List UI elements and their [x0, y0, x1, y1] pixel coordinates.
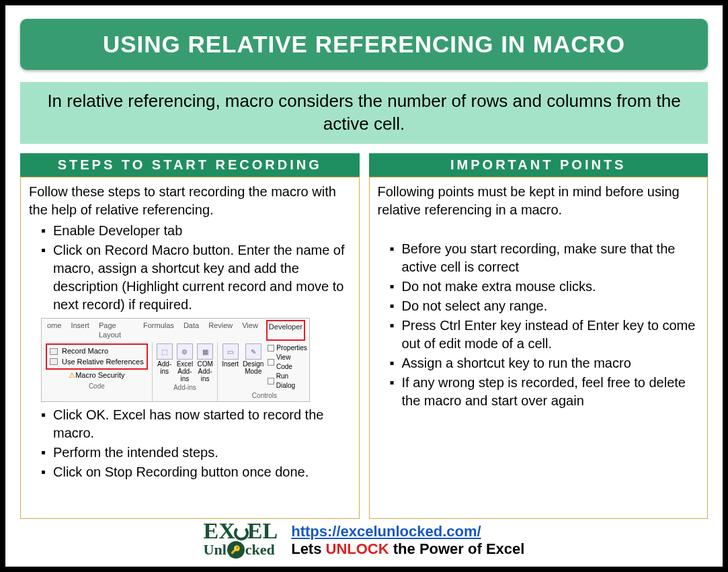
- points-list: Before you start recording, make sure th…: [378, 240, 700, 410]
- columns-container: STEPS TO START RECORDING Follow these st…: [20, 153, 708, 520]
- tab-data: Data: [182, 320, 200, 341]
- list-item: Press Ctrl Enter key instead of Enter ke…: [390, 317, 700, 353]
- list-item: Do not make extra mouse clicks.: [390, 278, 700, 296]
- addins-group-label: Add-ins: [157, 382, 213, 393]
- relative-ref-label: Use Relative References: [62, 357, 144, 367]
- tab-home: ome: [46, 320, 63, 341]
- tab-review: Review: [207, 320, 234, 341]
- intro-box: In relative referencing, macro considers…: [20, 82, 708, 144]
- controls-group: ▭Insert ✎Design Mode Properties View Cod…: [218, 342, 311, 401]
- list-item: If any wrong step is recorded, feel free…: [390, 374, 700, 410]
- excel-ribbon-screenshot: ome Insert Page Layout Formulas Data Rev…: [41, 318, 310, 402]
- list-item: Assign a shortcut key to run the macro: [390, 354, 700, 372]
- page-title: USING RELATIVE REFERENCING IN MACRO: [27, 31, 701, 58]
- code-group: Record Macro Use Relative References ⚠Ma…: [42, 342, 153, 401]
- points-body: Following points must be kept in mind be…: [369, 177, 709, 520]
- list-item: Do not select any range.: [390, 297, 700, 315]
- steps-intro: Follow these steps to start recording th…: [29, 183, 351, 219]
- list-item: Click on Record Macro button. Enter the …: [41, 241, 351, 314]
- tagline: Lets UNLOCK the Power of Excel: [291, 540, 524, 558]
- tab-formulas: Formulas: [142, 320, 175, 341]
- addins-icon: ⬚: [157, 343, 173, 360]
- tab-view: View: [241, 320, 259, 341]
- addins-group: ⬚Add-ins ⚙Excel Add-ins ▦COM Add-ins Add…: [153, 342, 218, 401]
- properties-icon: [268, 345, 274, 352]
- steps-list-after: Click OK. Excel has now started to recor…: [29, 406, 351, 481]
- logo-c-icon: [234, 526, 249, 540]
- com-addins-icon: ▦: [197, 343, 213, 360]
- list-item: Enable Developer tab: [41, 222, 351, 240]
- relative-ref-icon: [50, 358, 58, 365]
- run-dialog-icon: [268, 378, 274, 384]
- steps-column: STEPS TO START RECORDING Follow these st…: [20, 153, 360, 520]
- points-header: IMPORTANT POINTS: [369, 153, 709, 177]
- steps-body: Follow these steps to start recording th…: [20, 177, 360, 520]
- footer: EXEL Unl🔑cked https://excelunlocked.com/…: [20, 522, 708, 560]
- excel-addins-icon: ⚙: [177, 343, 193, 360]
- list-item: Click OK. Excel has now started to recor…: [41, 406, 351, 442]
- ribbon-tabs: ome Insert Page Layout Formulas Data Rev…: [42, 319, 309, 343]
- insert-control-icon: ▭: [223, 343, 239, 360]
- view-code-icon: [268, 359, 274, 366]
- steps-header: STEPS TO START RECORDING: [20, 153, 360, 177]
- tab-insert: Insert: [69, 320, 91, 341]
- website-link[interactable]: https://excelunlocked.com/: [291, 523, 481, 540]
- ribbon-groups: Record Macro Use Relative References ⚠Ma…: [42, 342, 309, 401]
- key-icon: 🔑: [227, 541, 245, 559]
- tab-page-layout: Page Layout: [97, 320, 135, 341]
- footer-text: https://excelunlocked.com/ Lets UNLOCK t…: [291, 523, 524, 558]
- points-intro: Following points must be kept in mind be…: [378, 183, 700, 219]
- warning-icon: ⚠: [69, 371, 75, 379]
- title-bar: USING RELATIVE REFERENCING IN MACRO: [20, 19, 708, 70]
- design-mode-icon: ✎: [245, 343, 261, 360]
- list-item: Click on Stop Recording button once done…: [41, 463, 351, 481]
- steps-list-before: Enable Developer tab Click on Record Mac…: [29, 222, 351, 314]
- logo: EXEL Unl🔑cked: [204, 522, 278, 559]
- list-item: Before you start recording, make sure th…: [390, 240, 700, 276]
- controls-group-label: Controls: [222, 391, 307, 401]
- points-column: IMPORTANT POINTS Following points must b…: [369, 153, 709, 520]
- record-macro-label: Record Macro: [62, 346, 108, 356]
- list-item: Perform the intended steps.: [41, 444, 351, 462]
- code-group-label: Code: [46, 381, 148, 392]
- macro-security-label: Macro Security: [75, 371, 124, 379]
- tab-developer: Developer: [266, 320, 305, 341]
- record-macro-icon: [50, 348, 58, 355]
